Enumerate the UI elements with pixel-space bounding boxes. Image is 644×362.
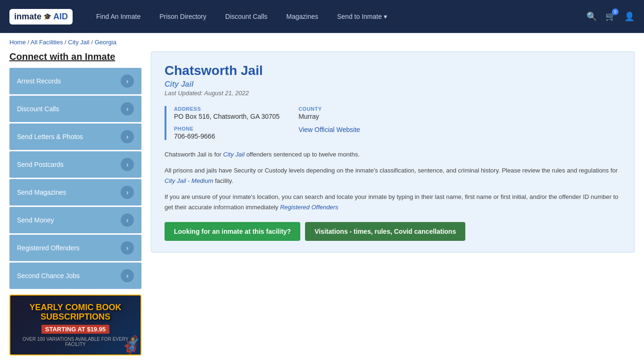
- breadcrumb-all-facilities[interactable]: All Facilities: [31, 39, 63, 46]
- desc-para-2: All prisons and jails have Security or C…: [165, 165, 621, 186]
- website-link[interactable]: View Official Website: [298, 126, 360, 133]
- sidebar-arrow-icon: ›: [121, 130, 134, 143]
- desc-para-1: Chatsworth Jail is for City Jail offende…: [165, 149, 621, 160]
- action-buttons: Looking for an inmate at this facility? …: [165, 222, 621, 241]
- sidebar-item-send-postcards[interactable]: Send Postcards ›: [9, 151, 141, 178]
- breadcrumb: Home / All Facilities / City Jail / Geor…: [0, 33, 644, 51]
- nav-magazines[interactable]: Magazines: [286, 13, 318, 20]
- header: inmate 🎓 AID Find An Inmate Prison Direc…: [0, 0, 644, 33]
- sidebar-item-second-chance-jobs[interactable]: Second Chance Jobs ›: [9, 263, 141, 289]
- main-nav: Find An Inmate Prison Directory Discount…: [96, 13, 572, 20]
- sidebar-item-label: Send Magazines: [17, 189, 66, 196]
- sidebar-item-arrest-records[interactable]: Arrest Records ›: [9, 68, 141, 94]
- city-jail-link-1[interactable]: City Jail: [223, 151, 245, 158]
- phone-value: 706-695-9666: [174, 132, 280, 140]
- sidebar-arrow-icon: ›: [121, 158, 134, 171]
- sidebar-item-send-letters[interactable]: Send Letters & Photos ›: [9, 123, 141, 150]
- phone-label: PHONE: [174, 126, 280, 132]
- breadcrumb-sep3: /: [91, 39, 94, 46]
- sidebar-ad[interactable]: YEARLY COMIC BOOKSUBSCRIPTIONS STARTING …: [9, 295, 141, 355]
- sidebar-item-label: Second Chance Jobs: [17, 272, 80, 280]
- nav-send-to-inmate[interactable]: Send to Inmate ▾: [337, 13, 387, 20]
- sidebar-arrow-icon: ›: [121, 102, 134, 115]
- logo-text: inmate: [14, 12, 41, 22]
- sidebar-item-label: Arrest Records: [17, 77, 61, 85]
- ad-heroes-icon: 🦸: [119, 335, 141, 355]
- facility-type: City Jail: [165, 80, 621, 89]
- sidebar-item-send-magazines[interactable]: Send Magazines ›: [9, 179, 141, 206]
- ad-title: YEARLY COMIC BOOKSUBSCRIPTIONS: [29, 303, 121, 322]
- sidebar-arrow-icon: ›: [121, 186, 134, 199]
- sidebar-item-label: Registered Offenders: [17, 244, 80, 252]
- county-value: Murray: [298, 113, 360, 120]
- logo-hat-icon: 🎓: [43, 13, 51, 20]
- facility-details: ADDRESS PO Box 516, Chatsworth, GA 30705…: [165, 106, 621, 140]
- address-label: ADDRESS: [174, 106, 280, 112]
- header-icons: 🔍 🛒 0 👤: [586, 11, 635, 22]
- sidebar-item-label: Send Postcards: [17, 161, 64, 168]
- sidebar-item-label: Send Money: [17, 216, 54, 224]
- nav-find-inmate[interactable]: Find An Inmate: [96, 13, 140, 20]
- sidebar-arrow-icon: ›: [121, 241, 134, 255]
- cart-icon[interactable]: 🛒 0: [605, 11, 616, 22]
- facility-name: Chatsworth Jail: [165, 63, 621, 78]
- sidebar: Connect with an Inmate Arrest Records › …: [9, 51, 141, 355]
- desc-para-3: If you are unsure of your inmate's locat…: [165, 192, 621, 213]
- sidebar-item-label: Send Letters & Photos: [17, 133, 83, 140]
- sidebar-item-registered-offenders[interactable]: Registered Offenders ›: [9, 235, 141, 261]
- sidebar-item-discount-calls[interactable]: Discount Calls ›: [9, 96, 141, 122]
- main-layout: Connect with an Inmate Arrest Records › …: [0, 51, 644, 362]
- sidebar-arrow-icon: ›: [121, 74, 134, 88]
- nav-discount-calls[interactable]: Discount Calls: [225, 13, 267, 20]
- facility-updated: Last Updated: August 21, 2022: [165, 90, 621, 97]
- visitations-button[interactable]: Visitations - times, rules, Covid cancel…: [305, 222, 465, 241]
- sidebar-arrow-icon: ›: [121, 269, 134, 282]
- nav-prison-directory[interactable]: Prison Directory: [159, 13, 206, 20]
- logo-aid-text: AID: [53, 12, 68, 22]
- looking-for-inmate-button[interactable]: Looking for an inmate at this facility?: [165, 222, 300, 241]
- address-value: PO Box 516, Chatsworth, GA 30705: [174, 113, 280, 120]
- logo[interactable]: inmate 🎓 AID: [9, 9, 73, 25]
- address-col: ADDRESS PO Box 516, Chatsworth, GA 30705…: [174, 106, 280, 140]
- ad-note: OVER 100 VARIATIONS AVAILABLE FOR EVERY …: [16, 337, 135, 347]
- county-col: COUNTY Murray View Official Website: [298, 106, 360, 140]
- breadcrumb-home[interactable]: Home: [9, 39, 26, 46]
- sidebar-title: Connect with an Inmate: [9, 51, 141, 62]
- main-content: Chatsworth Jail City Jail Last Updated: …: [151, 51, 635, 355]
- ad-starting-at: STARTING AT $19.95: [41, 325, 109, 334]
- user-icon[interactable]: 👤: [624, 11, 635, 22]
- sidebar-arrow-icon: ›: [121, 214, 134, 227]
- sidebar-item-label: Discount Calls: [17, 105, 59, 113]
- breadcrumb-state[interactable]: Georgia: [95, 39, 116, 46]
- cart-badge: 0: [612, 8, 619, 15]
- county-label: COUNTY: [298, 106, 360, 112]
- facility-description: Chatsworth Jail is for City Jail offende…: [165, 149, 621, 213]
- registered-offenders-link[interactable]: Registered Offenders: [280, 204, 339, 211]
- search-icon[interactable]: 🔍: [586, 11, 597, 22]
- sidebar-menu: Arrest Records › Discount Calls › Send L…: [9, 68, 141, 289]
- breadcrumb-city-jail[interactable]: City Jail: [68, 39, 90, 46]
- sidebar-item-send-money[interactable]: Send Money ›: [9, 207, 141, 233]
- facility-card: Chatsworth Jail City Jail Last Updated: …: [151, 51, 635, 253]
- city-jail-medium-link[interactable]: City Jail - Medium: [165, 177, 213, 184]
